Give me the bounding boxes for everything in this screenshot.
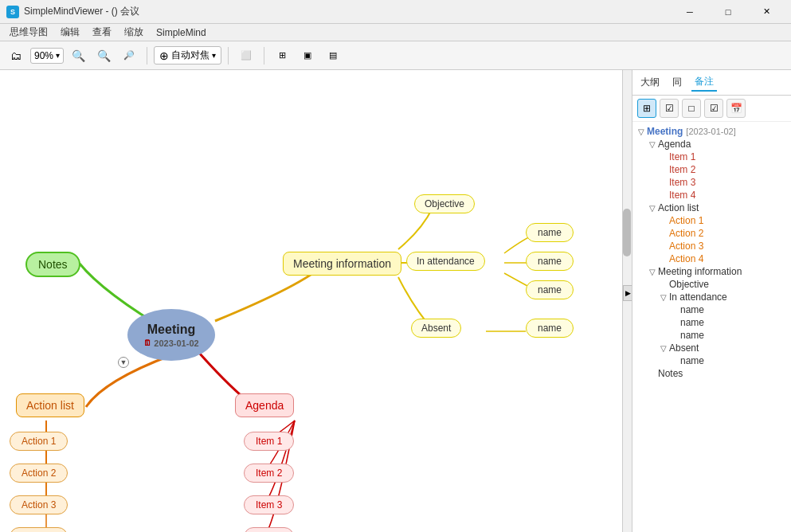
tree-item-item4[interactable]: Item 4 [632,189,791,201]
name3-node[interactable]: name [526,280,574,299]
zoom-in-button[interactable]: 🔍 [67,45,89,67]
name2-node[interactable]: name [526,252,574,271]
tree-item-item1[interactable]: Item 1 [632,151,791,163]
name1-node[interactable]: name [526,223,574,242]
tree-label-absent: Absent [669,342,699,354]
item3-node[interactable]: Item 3 [244,495,294,514]
close-button[interactable]: ✕ [748,0,785,24]
zoom-fit-button[interactable]: 🔎 [118,45,140,67]
tree-item-name3[interactable]: name [632,329,791,342]
meeting-info-node[interactable]: Meeting information [283,252,401,276]
panel-btn-grid[interactable]: ⊞ [637,99,656,118]
tab-sync[interactable]: 同 [669,74,685,91]
objective-label: Objective [425,198,464,209]
tree-item-inattendance[interactable]: ▽ In attendance [632,291,791,303]
toggle-absent[interactable]: ▽ [658,344,669,353]
absent-name-node[interactable]: name [526,319,574,338]
panel-btn-check1[interactable]: ☑ [660,99,679,118]
panel-tabs: 大纲 同 备注 [632,70,791,96]
tree-item-objective[interactable]: Objective [632,278,791,291]
tree-item-agenda[interactable]: ▽ Agenda [632,138,791,151]
panel-collapse-arrow[interactable]: ▶ [623,285,632,301]
objective-node[interactable]: Objective [414,194,475,213]
toolbar: 🗂 90% ▾ 🔍 🔍 🔎 ⊕ 自动对焦 ▾ ⬜ ⊞ ▣ ▤ [0,41,791,70]
tree-item-meeting[interactable]: ▽ Meeting [2023-01-02] [632,125,791,138]
zoom-out-button[interactable]: 🔍 [92,45,115,67]
tree-label-objective: Objective [669,279,709,290]
maximize-button[interactable]: □ [710,0,746,24]
absent-node[interactable]: Absent [411,319,461,338]
menu-simplemind[interactable]: SimpleMind [150,25,213,40]
toggle-meetinginfo[interactable]: ▽ [647,268,658,276]
menu-view[interactable]: 查看 [86,24,118,41]
panel-toolbar: ⊞ ☑ □ ☑ 📅 [632,96,791,122]
tree-label-inattendance: In attendance [669,291,727,303]
agenda-node[interactable]: Agenda [235,393,294,417]
fit-page-button[interactable]: ⬜ [235,45,257,67]
item2-node[interactable]: Item 2 [244,464,294,483]
meeting-info-label: Meeting information [293,257,391,270]
toolbar-icon-btn[interactable]: 🗂 [5,45,27,67]
toggle-agenda[interactable]: ▽ [647,140,658,149]
item2-label: Item 2 [256,467,282,479]
toggle-inattendance[interactable]: ▽ [658,293,669,302]
tree-label-name1: name [680,304,704,315]
menu-zoom[interactable]: 缩放 [118,24,150,41]
tree-item-notes[interactable]: Notes [632,367,791,380]
center-node[interactable]: Meeting 🗓 2023-01-02 [127,309,215,361]
tree-date-meeting: [2023-01-02] [686,127,735,136]
tree-item-action3[interactable]: Action 3 [632,240,791,252]
tree-item-name2[interactable]: name [632,316,791,329]
notes-node[interactable]: Notes [25,252,80,277]
mindmap-canvas[interactable]: Meeting 🗓 2023-01-02 ▼ Notes Meeting inf… [0,70,632,532]
menu-edit[interactable]: 编辑 [54,24,86,41]
toggle-actionlist[interactable]: ▽ [647,204,658,213]
item1-node[interactable]: Item 1 [244,432,294,451]
tree-item-action4[interactable]: Action 4 [632,252,791,265]
tree-item-item2[interactable]: Item 2 [632,163,791,176]
panel-btn-square[interactable]: □ [682,99,701,118]
tree-item-meetinginfo[interactable]: ▽ Meeting information [632,265,791,278]
name2-label: name [538,256,562,267]
tab-notes[interactable]: 备注 [691,73,717,92]
tree-item-action1[interactable]: Action 1 [632,214,791,227]
tree-item-item3[interactable]: Item 3 [632,176,791,189]
autofocus-dropdown-icon: ▾ [212,51,216,60]
absent-name-label: name [538,323,562,334]
zoom-selector[interactable]: 90% ▾ [30,48,64,64]
canvas-scrollbar[interactable]: ▶ [622,70,632,532]
name1-label: name [538,227,562,238]
toolbar-separator-3 [264,47,264,65]
menubar: 思维导图 编辑 查看 缩放 SimpleMind [0,24,791,41]
tree-item-actionlist[interactable]: ▽ Action list [632,201,791,214]
mindmap-connections [0,70,632,532]
auto-focus-button[interactable]: ⊕ 自动对焦 ▾ [154,46,221,65]
tree-label-action1: Action 1 [669,215,703,226]
panel-btn-check2[interactable]: ☑ [704,99,723,118]
toolbar-separator-2 [228,47,229,65]
tab-outline[interactable]: 大纲 [637,74,663,91]
in-attendance-node[interactable]: In attendance [406,252,485,271]
minimize-button[interactable]: ─ [672,0,708,24]
tree-item-name1[interactable]: name [632,303,791,316]
action3-node[interactable]: Action 3 [10,495,68,514]
tree-item-absent-name[interactable]: name [632,354,791,367]
action1-node[interactable]: Action 1 [10,432,68,451]
toolbar-separator-1 [147,47,147,65]
tree-view: ▽ Meeting [2023-01-02] ▽ Agenda Item 1 I… [632,122,791,532]
table-button[interactable]: ⊞ [271,45,293,67]
menu-mindmap[interactable]: 思维导图 [3,24,54,41]
center-label: Meeting [147,323,195,337]
action4-node[interactable]: Action 4 [10,527,68,532]
action2-node[interactable]: Action 2 [10,464,68,483]
action-list-node[interactable]: Action list [16,393,84,417]
center-collapse[interactable]: ▼ [118,357,129,368]
tree-item-absent[interactable]: ▽ Absent [632,342,791,354]
view-button[interactable]: ▤ [322,45,344,67]
panel-btn-calendar[interactable]: 📅 [726,99,746,118]
item4-node[interactable]: Item 4 [244,527,294,532]
tree-item-action2[interactable]: Action 2 [632,227,791,240]
scrollbar-thumb[interactable] [623,209,631,256]
toggle-meeting[interactable]: ▽ [636,127,647,136]
layout-button[interactable]: ▣ [296,45,319,67]
